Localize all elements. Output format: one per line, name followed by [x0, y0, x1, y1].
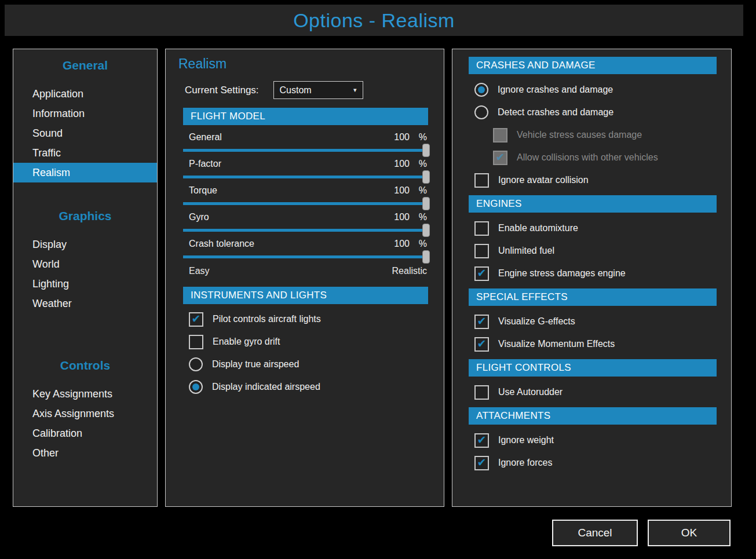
- sidebar-item-key-assignments[interactable]: Key Assignments: [13, 384, 157, 404]
- sidebar-list-graphics: Display World Lighting Weather: [13, 235, 157, 313]
- slider-thumb[interactable]: [422, 250, 430, 264]
- option-enable-automixture[interactable]: Enable automixture: [474, 221, 717, 236]
- slider-track[interactable]: [183, 202, 426, 205]
- checkbox-unchecked[interactable]: [474, 244, 489, 258]
- slider-thumb[interactable]: [422, 144, 430, 157]
- checkbox-unchecked[interactable]: [474, 385, 489, 400]
- current-settings-row: Current Settings: Custom ▾: [185, 81, 428, 99]
- realism-settings-panel: Realism Current Settings: Custom ▾ FLIGH…: [165, 49, 444, 507]
- option-label: Ignore weight: [498, 435, 554, 445]
- slider-track[interactable]: [183, 149, 426, 152]
- radio-unselected[interactable]: [189, 357, 203, 371]
- sidebar-item-realism[interactable]: Realism: [13, 163, 157, 182]
- title-bar: Options - Realism: [5, 5, 743, 36]
- option-ignore-avatar-collision[interactable]: Ignore avatar collision: [474, 173, 717, 188]
- slider-track[interactable]: [183, 255, 426, 258]
- sidebar-section-controls: Controls: [13, 359, 157, 372]
- option-display-true-airspeed[interactable]: Display true airspeed: [189, 357, 428, 372]
- checkbox-unchecked[interactable]: [474, 173, 489, 188]
- scale-easy-label: Easy: [189, 266, 210, 276]
- option-label: Engine stress damages engine: [498, 268, 626, 279]
- sidebar-item-information[interactable]: Information: [13, 104, 157, 123]
- option-label: Vehicle stress causes damage: [517, 130, 642, 140]
- option-ignore-crashes[interactable]: Ignore crashes and damage: [474, 82, 717, 97]
- dialog-title: Options - Realism: [293, 9, 455, 32]
- sidebar-item-weather[interactable]: Weather: [13, 294, 157, 313]
- sidebar-item-other[interactable]: Other: [13, 443, 157, 463]
- radio-unselected[interactable]: [474, 105, 488, 119]
- option-label: Visualize G-effects: [498, 316, 575, 327]
- option-display-indicated-airspeed[interactable]: Display indicated airspeed: [189, 379, 428, 394]
- check-icon: ✔: [477, 316, 487, 327]
- checkbox-unchecked[interactable]: [474, 221, 489, 236]
- slider-pfactor-unit: %: [418, 159, 427, 169]
- option-use-autorudder[interactable]: Use Autorudder: [474, 385, 717, 400]
- sidebar-section-general: General: [13, 59, 157, 72]
- slider-gyro-labels: Gyro 100 %: [183, 212, 428, 222]
- checkbox-unchecked[interactable]: [189, 335, 203, 349]
- slider-crash-labels: Crash tolerance 100 %: [183, 239, 428, 249]
- radio-dot: [192, 361, 199, 368]
- check-icon: ✔: [477, 338, 487, 349]
- option-label: Unlimited fuel: [498, 246, 554, 256]
- slider-gyro-label: Gyro: [189, 212, 390, 222]
- option-label: Ignore forces: [498, 458, 552, 468]
- option-label: Use Autorudder: [498, 387, 563, 397]
- checkbox-checked[interactable]: ✔: [474, 337, 489, 352]
- option-ignore-weight[interactable]: ✔ Ignore weight: [474, 433, 717, 448]
- sidebar-item-display[interactable]: Display: [13, 235, 157, 254]
- slider-pfactor-label: P-factor: [189, 159, 390, 169]
- radio-selected[interactable]: [189, 380, 203, 394]
- instruments-lights-header: INSTRUMENTS AND LIGHTS: [183, 287, 428, 304]
- current-settings-dropdown[interactable]: Custom ▾: [273, 81, 363, 99]
- option-unlimited-fuel[interactable]: Unlimited fuel: [474, 243, 717, 258]
- option-vehicle-stress-damage: Vehicle stress causes damage: [493, 127, 717, 143]
- slider-track[interactable]: [183, 176, 426, 178]
- flight-model-header: FLIGHT MODEL: [183, 108, 428, 125]
- option-visualize-momentum-effects[interactable]: ✔ Visualize Momentum Effects: [474, 337, 717, 352]
- difficulty-scale: Easy Realistic: [183, 266, 428, 276]
- radio-dot: [192, 383, 199, 390]
- slider-thumb[interactable]: [422, 170, 430, 184]
- sidebar-item-sound[interactable]: Sound: [13, 123, 157, 143]
- checkbox-checked[interactable]: ✔: [474, 315, 489, 329]
- slider-general[interactable]: [183, 149, 428, 152]
- sidebar-item-application[interactable]: Application: [13, 84, 157, 104]
- slider-torque[interactable]: [183, 202, 428, 205]
- radio-selected[interactable]: [474, 83, 488, 97]
- slider-thumb[interactable]: [422, 224, 430, 237]
- option-allow-collisions: ✔ Allow collisions with other vehicles: [493, 150, 717, 165]
- slider-pfactor[interactable]: [183, 176, 428, 178]
- sidebar-item-world[interactable]: World: [13, 254, 157, 274]
- option-ignore-forces[interactable]: ✔ Ignore forces: [474, 455, 717, 470]
- sidebar-item-traffic[interactable]: Traffic: [13, 143, 157, 163]
- option-detect-crashes[interactable]: Detect crashes and damage: [474, 105, 717, 120]
- checkbox-checked[interactable]: ✔: [189, 312, 203, 327]
- checkbox-checked[interactable]: ✔: [474, 433, 489, 448]
- option-label: Display true airspeed: [212, 359, 299, 370]
- option-engine-stress-damage[interactable]: ✔ Engine stress damages engine: [474, 266, 717, 281]
- slider-crash-tolerance[interactable]: [183, 255, 428, 258]
- option-label: Visualize Momentum Effects: [498, 339, 615, 349]
- slider-crash-unit: %: [418, 239, 427, 249]
- sidebar-item-axis-assignments[interactable]: Axis Assignments: [13, 404, 157, 423]
- slider-track[interactable]: [183, 229, 426, 232]
- check-icon: ✔: [477, 268, 487, 279]
- cancel-button[interactable]: Cancel: [552, 520, 638, 546]
- flight-controls-header: FLIGHT CONTROLS: [469, 359, 717, 377]
- slider-crash-label: Crash tolerance: [189, 239, 390, 249]
- ok-button[interactable]: OK: [648, 520, 731, 546]
- option-enable-gyro-drift[interactable]: Enable gyro drift: [189, 334, 428, 349]
- scale-realistic-label: Realistic: [392, 266, 427, 276]
- slider-thumb[interactable]: [422, 197, 430, 210]
- checkbox-checked[interactable]: ✔: [474, 456, 489, 470]
- checkbox-checked[interactable]: ✔: [474, 266, 489, 281]
- option-pilot-controls-lights[interactable]: ✔ Pilot controls aircraft lights: [189, 312, 428, 327]
- checkbox-disabled-checked: ✔: [493, 151, 507, 165]
- slider-gyro-unit: %: [418, 212, 427, 222]
- slider-gyro[interactable]: [183, 229, 428, 232]
- option-visualize-g-effects[interactable]: ✔ Visualize G-effects: [474, 314, 717, 329]
- sidebar-item-calibration[interactable]: Calibration: [13, 423, 157, 443]
- sidebar-item-lighting[interactable]: Lighting: [13, 274, 157, 294]
- radio-dot: [478, 86, 485, 93]
